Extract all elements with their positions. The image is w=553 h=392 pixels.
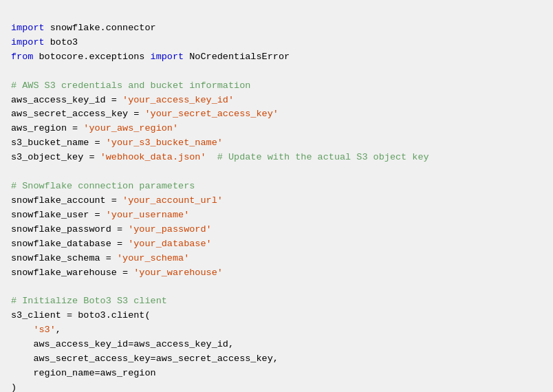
code-line: # Initialize Boto3 S3 client (11, 294, 542, 309)
code-line: snowflake_schema = 'your_schema' (11, 252, 542, 266)
code-line: # AWS S3 credentials and bucket informat… (11, 79, 542, 94)
code-line: snowflake_account = 'your_account_url' (11, 194, 542, 208)
code-line (11, 165, 542, 179)
code-line: s3_object_key = 'webhook_data.json' # Up… (11, 151, 542, 165)
code-line: ) (11, 381, 542, 392)
code-line: aws_region = 'your_aws_region' (11, 122, 542, 136)
code-line: aws_access_key_id=aws_access_key_id, (11, 338, 542, 352)
code-line: aws_secret_access_key = 'your_secret_acc… (11, 107, 542, 122)
code-line: import boto3 (11, 36, 542, 50)
code-line: region_name=aws_region (11, 367, 542, 381)
code-line: snowflake_user = 'your_username' (11, 208, 542, 223)
code-line: snowflake_password = 'your_password' (11, 223, 542, 237)
code-line: snowflake_warehouse = 'your_warehouse' (11, 266, 542, 281)
code-line: snowflake_database = 'your_database' (11, 237, 542, 252)
code-line: aws_access_key_id = 'your_access_key_id' (11, 94, 542, 108)
code-line: # Snowflake connection parameters (11, 179, 542, 194)
code-line: s3_bucket_name = 'your_s3_bucket_name' (11, 136, 542, 151)
code-line: from botocore.exceptions import NoCreden… (11, 50, 542, 65)
code-line: import snowflake.connector (11, 21, 542, 36)
code-line (11, 281, 542, 295)
code-line: 's3', (11, 323, 542, 338)
code-line: s3_client = boto3.client( (11, 309, 542, 323)
code-editor: import snowflake.connectorimport boto3fr… (0, 0, 553, 392)
code-line: aws_secret_access_key=aws_secret_access_… (11, 352, 542, 367)
code-line (11, 65, 542, 79)
